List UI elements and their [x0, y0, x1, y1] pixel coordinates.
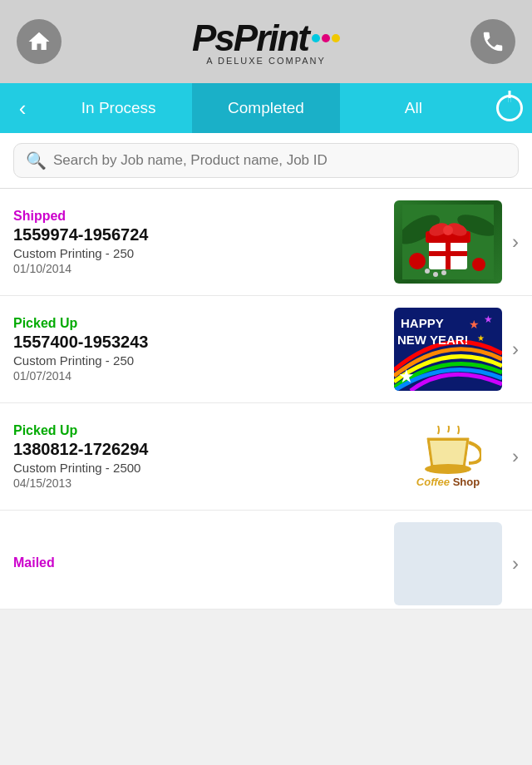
power-icon	[496, 95, 523, 121]
logo-ps: Ps	[192, 17, 234, 59]
job-status-4: Mailed	[13, 555, 384, 570]
job-status-2: Picked Up	[13, 316, 384, 331]
job-item-2[interactable]: Picked Up 1557400-1953243 Custom Printin…	[0, 296, 532, 403]
job-date-3: 04/15/2013	[13, 476, 384, 490]
svg-point-14	[441, 270, 446, 275]
job-id-2: 1557400-1953243	[13, 333, 384, 352]
job-item-1[interactable]: Shipped 1559974-1956724 Custom Printing …	[0, 189, 532, 296]
svg-point-10	[409, 253, 426, 269]
logo: Ps Print A DELUXE COMPANY	[192, 17, 340, 66]
job-info-2: Picked Up 1557400-1953243 Custom Printin…	[13, 316, 384, 382]
job-status-1: Shipped	[13, 209, 384, 224]
job-thumb-2: ★ ★ ★ ★ HAPPY NEW YEAR!	[394, 308, 502, 391]
navigation-bar: ‹ In Process Completed All	[0, 83, 532, 133]
tab-completed[interactable]: Completed	[192, 83, 339, 133]
job-arrow-4: ›	[512, 552, 519, 575]
logo-print: Print	[234, 17, 308, 59]
svg-text:★: ★	[469, 318, 480, 331]
job-info-1: Shipped 1559974-1956724 Custom Printing …	[13, 209, 384, 275]
tab-all[interactable]: All	[340, 83, 487, 133]
phone-button[interactable]	[470, 19, 515, 64]
svg-text:★: ★	[484, 313, 493, 325]
svg-point-22	[425, 464, 471, 474]
app-header: Ps Print A DELUXE COMPANY	[0, 0, 532, 83]
home-button[interactable]	[17, 19, 62, 64]
svg-point-12	[425, 269, 430, 274]
christmas-image	[402, 205, 494, 279]
job-status-3: Picked Up	[13, 423, 384, 438]
job-arrow-1: ›	[512, 230, 519, 254]
job-info-3: Picked Up 1380812-1726294 Custom Printin…	[13, 423, 384, 490]
svg-point-9	[443, 225, 453, 235]
search-input[interactable]	[53, 152, 506, 169]
search-input-wrap: 🔍	[13, 143, 519, 178]
home-icon	[27, 29, 52, 54]
thumb-coffee-div: Coffee Shop	[394, 415, 502, 498]
logo-dots	[312, 34, 340, 42]
svg-text:NEW YEAR!: NEW YEAR!	[397, 333, 469, 347]
svg-point-13	[433, 272, 438, 277]
thumb-christmas	[394, 200, 502, 284]
job-id-3: 1380812-1726294	[13, 440, 384, 459]
job-arrow-3: ›	[512, 445, 519, 468]
coffee-image	[415, 426, 481, 476]
dot-yellow	[332, 34, 340, 42]
svg-point-11	[472, 258, 485, 271]
job-item-3[interactable]: Picked Up 1380812-1726294 Custom Printin…	[0, 403, 532, 511]
job-item-4[interactable]: Mailed ›	[0, 511, 532, 610]
job-list: Shipped 1559974-1956724 Custom Printing …	[0, 189, 532, 610]
phone-icon	[480, 29, 505, 54]
svg-rect-6	[429, 251, 467, 256]
job-info-4: Mailed	[13, 555, 384, 572]
svg-text:★: ★	[398, 366, 415, 387]
job-desc-2: Custom Printing - 250	[13, 353, 384, 368]
svg-text:★: ★	[477, 333, 485, 343]
tab-in-process[interactable]: In Process	[45, 83, 192, 133]
job-date-1: 01/10/2014	[13, 262, 384, 275]
svg-text:HAPPY: HAPPY	[401, 316, 444, 330]
job-desc-3: Custom Printing - 2500	[13, 461, 384, 475]
dot-cyan	[312, 34, 320, 42]
job-desc-1: Custom Printing - 250	[13, 246, 384, 260]
job-thumb-3: Coffee Shop	[394, 415, 502, 498]
logo-brand: Ps Print	[192, 17, 340, 59]
coffee-shop-label: Coffee Shop	[416, 476, 480, 488]
logo-tagline: A DELUXE COMPANY	[206, 56, 326, 66]
dot-magenta	[322, 34, 330, 42]
search-icon: 🔍	[26, 151, 47, 170]
power-button[interactable]	[487, 83, 532, 133]
search-bar: 🔍	[0, 133, 532, 189]
job-thumb-4	[394, 522, 502, 605]
job-date-2: 01/07/2014	[13, 369, 384, 382]
job-arrow-2: ›	[512, 338, 519, 361]
newyear-image: ★ ★ ★ ★ HAPPY NEW YEAR!	[394, 308, 502, 391]
job-id-1: 1559974-1956724	[13, 225, 384, 244]
nav-tabs: In Process Completed All	[45, 83, 487, 133]
back-button[interactable]: ‹	[0, 83, 45, 133]
job-thumb-1	[394, 200, 502, 284]
svg-rect-5	[446, 231, 451, 269]
